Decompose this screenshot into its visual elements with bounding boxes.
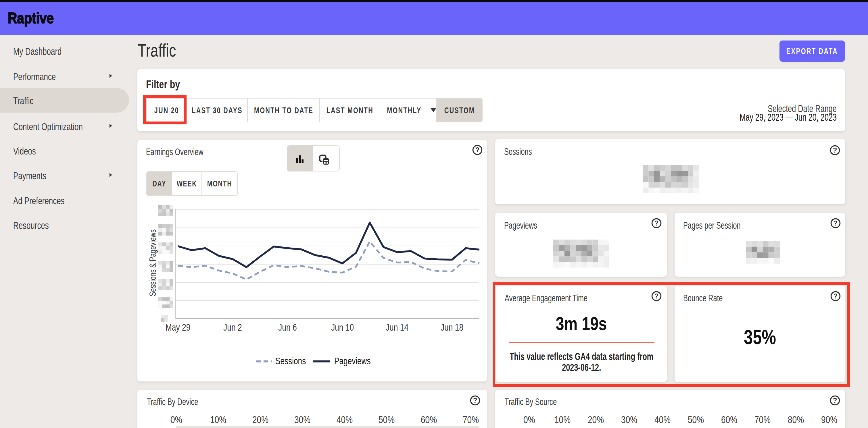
svg-text:?: ?: [834, 219, 838, 227]
svg-text:?: ?: [654, 292, 659, 300]
svg-text:?: ?: [834, 292, 838, 300]
svg-text:?: ?: [833, 146, 837, 154]
svg-text:?: ?: [833, 396, 837, 404]
svg-text:?: ?: [654, 219, 659, 227]
svg-text:?: ?: [473, 396, 477, 404]
svg-text:?: ?: [475, 146, 480, 154]
